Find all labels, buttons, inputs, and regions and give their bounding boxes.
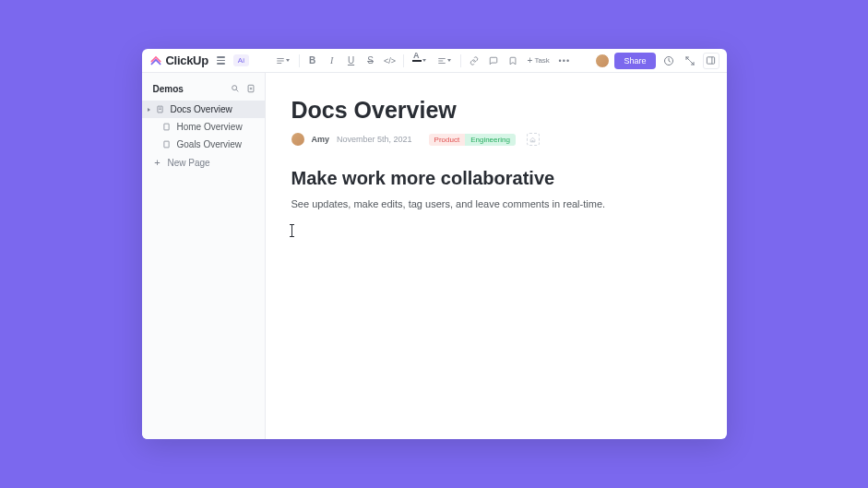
body-area: Demos Docs Overview: [142, 73, 727, 439]
sidebar-item-docs-overview[interactable]: Docs Overview: [142, 101, 265, 118]
topbar-right: Share: [595, 53, 719, 69]
text-color-dropdown[interactable]: [409, 53, 431, 69]
italic-button[interactable]: I: [324, 53, 340, 69]
page-icon: [162, 123, 172, 132]
doc-icon: [156, 105, 165, 114]
document-title[interactable]: Docs Overview: [291, 97, 701, 124]
section-heading[interactable]: Make work more collaborative: [291, 168, 701, 189]
svg-rect-1: [707, 57, 714, 64]
code-button[interactable]: </>: [382, 53, 398, 69]
clock-icon[interactable]: [660, 53, 677, 69]
sidebar-item-home-overview[interactable]: Home Overview: [142, 118, 265, 136]
new-page-button[interactable]: + New Page: [142, 153, 265, 172]
nav-list: Docs Overview Home Overview Goals Overvi…: [142, 101, 265, 172]
align-dropdown[interactable]: [434, 53, 456, 69]
svg-line-4: [236, 89, 238, 91]
document-date: November 5th, 2021: [337, 135, 412, 144]
bold-button[interactable]: B: [304, 53, 321, 69]
new-page-label: New Page: [168, 158, 210, 168]
chevron-right-icon: [148, 108, 150, 112]
underline-button[interactable]: U: [343, 53, 360, 69]
sidebar-item-goals-overview[interactable]: Goals Overview: [142, 136, 265, 153]
tag-group: Product Engineering: [429, 134, 516, 146]
app-window: ClickUp Ai B I U S </>: [142, 49, 727, 439]
share-button[interactable]: Share: [614, 53, 655, 69]
user-avatar[interactable]: [595, 54, 610, 68]
clickup-logo-icon: [149, 54, 162, 67]
comment-button[interactable]: [485, 53, 502, 69]
body-paragraph[interactable]: See updates, make edits, tag users, and …: [291, 196, 701, 213]
search-icon[interactable]: [229, 82, 242, 95]
svg-rect-11: [164, 124, 169, 130]
link-button[interactable]: [466, 53, 482, 69]
brand-name: ClickUp: [166, 54, 208, 67]
text-cursor: [291, 224, 292, 237]
sidebar: Demos Docs Overview: [142, 73, 266, 439]
sidebar-header: Demos: [142, 78, 265, 101]
collapse-icon[interactable]: [682, 53, 698, 69]
author-avatar[interactable]: [291, 133, 304, 146]
topbar: ClickUp Ai B I U S </>: [142, 49, 727, 73]
nav-item-label: Home Overview: [177, 122, 243, 132]
tag-product[interactable]: Product: [429, 134, 466, 146]
editor-toolbar: B I U S </> +: [255, 53, 590, 69]
nav-item-label: Goals Overview: [177, 139, 243, 149]
plus-icon: +: [153, 157, 162, 168]
bookmark-button[interactable]: [505, 53, 521, 69]
sidebar-title: Demos: [153, 84, 184, 94]
text-style-dropdown[interactable]: [272, 53, 294, 69]
add-tag-button[interactable]: [527, 133, 540, 146]
svg-point-3: [232, 86, 236, 90]
more-button[interactable]: •••: [556, 53, 573, 69]
add-task-button[interactable]: + Task: [524, 54, 553, 67]
task-label: Task: [534, 56, 549, 65]
tag-engineering[interactable]: Engineering: [465, 134, 516, 146]
nav-item-label: Docs Overview: [171, 104, 232, 114]
ai-badge[interactable]: Ai: [233, 54, 249, 66]
author-name: Amy: [312, 135, 330, 144]
logo-area: ClickUp: [149, 54, 208, 67]
document-content[interactable]: Docs Overview Amy November 5th, 2021 Pro…: [266, 73, 727, 439]
strikethrough-button[interactable]: S: [363, 53, 379, 69]
panel-icon[interactable]: [703, 53, 719, 69]
page-icon: [162, 140, 172, 149]
menu-toggle-icon[interactable]: [214, 54, 228, 67]
svg-rect-12: [164, 141, 169, 148]
document-meta: Amy November 5th, 2021 Product Engineeri…: [291, 133, 701, 146]
add-doc-icon[interactable]: [244, 82, 257, 95]
